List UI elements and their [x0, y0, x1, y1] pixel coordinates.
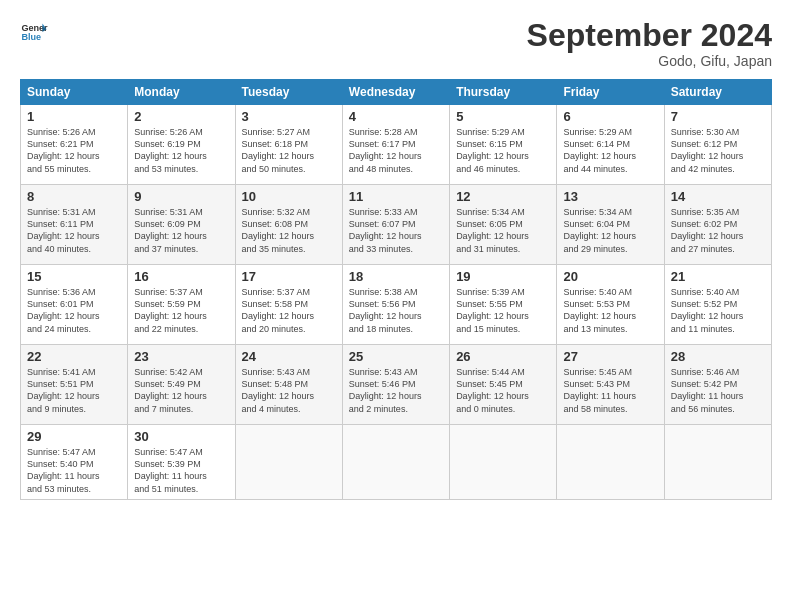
day-info: Sunrise: 5:32 AM Sunset: 6:08 PM Dayligh…: [242, 206, 336, 255]
day-info: Sunrise: 5:34 AM Sunset: 6:05 PM Dayligh…: [456, 206, 550, 255]
day-info: Sunrise: 5:37 AM Sunset: 5:59 PM Dayligh…: [134, 286, 228, 335]
day-info: Sunrise: 5:45 AM Sunset: 5:43 PM Dayligh…: [563, 366, 657, 415]
day-number: 15: [27, 269, 121, 284]
day-info: Sunrise: 5:39 AM Sunset: 5:55 PM Dayligh…: [456, 286, 550, 335]
day-info: Sunrise: 5:26 AM Sunset: 6:19 PM Dayligh…: [134, 126, 228, 175]
table-cell: 25Sunrise: 5:43 AM Sunset: 5:46 PM Dayli…: [342, 345, 449, 425]
table-cell: 3Sunrise: 5:27 AM Sunset: 6:18 PM Daylig…: [235, 105, 342, 185]
table-cell: 10Sunrise: 5:32 AM Sunset: 6:08 PM Dayli…: [235, 185, 342, 265]
calendar-table: Sunday Monday Tuesday Wednesday Thursday…: [20, 79, 772, 500]
table-cell: 8Sunrise: 5:31 AM Sunset: 6:11 PM Daylig…: [21, 185, 128, 265]
day-number: 1: [27, 109, 121, 124]
day-info: Sunrise: 5:36 AM Sunset: 6:01 PM Dayligh…: [27, 286, 121, 335]
table-cell: 2Sunrise: 5:26 AM Sunset: 6:19 PM Daylig…: [128, 105, 235, 185]
day-number: 24: [242, 349, 336, 364]
day-number: 3: [242, 109, 336, 124]
table-cell: 12Sunrise: 5:34 AM Sunset: 6:05 PM Dayli…: [450, 185, 557, 265]
col-friday: Friday: [557, 80, 664, 105]
month-title: September 2024: [527, 18, 772, 53]
svg-text:Blue: Blue: [21, 32, 41, 42]
col-sunday: Sunday: [21, 80, 128, 105]
day-info: Sunrise: 5:40 AM Sunset: 5:52 PM Dayligh…: [671, 286, 765, 335]
table-cell: 6Sunrise: 5:29 AM Sunset: 6:14 PM Daylig…: [557, 105, 664, 185]
day-number: 9: [134, 189, 228, 204]
logo: General Blue: [20, 18, 48, 46]
day-number: 26: [456, 349, 550, 364]
table-cell: 5Sunrise: 5:29 AM Sunset: 6:15 PM Daylig…: [450, 105, 557, 185]
day-number: 14: [671, 189, 765, 204]
day-info: Sunrise: 5:27 AM Sunset: 6:18 PM Dayligh…: [242, 126, 336, 175]
day-number: 7: [671, 109, 765, 124]
table-cell: 1Sunrise: 5:26 AM Sunset: 6:21 PM Daylig…: [21, 105, 128, 185]
table-cell: 24Sunrise: 5:43 AM Sunset: 5:48 PM Dayli…: [235, 345, 342, 425]
day-number: 27: [563, 349, 657, 364]
day-info: Sunrise: 5:42 AM Sunset: 5:49 PM Dayligh…: [134, 366, 228, 415]
table-cell: [235, 425, 342, 500]
table-cell: 29Sunrise: 5:47 AM Sunset: 5:40 PM Dayli…: [21, 425, 128, 500]
header: General Blue September 2024 Godo, Gifu, …: [20, 18, 772, 69]
day-number: 25: [349, 349, 443, 364]
day-info: Sunrise: 5:33 AM Sunset: 6:07 PM Dayligh…: [349, 206, 443, 255]
title-block: September 2024 Godo, Gifu, Japan: [527, 18, 772, 69]
table-cell: 19Sunrise: 5:39 AM Sunset: 5:55 PM Dayli…: [450, 265, 557, 345]
table-cell: 16Sunrise: 5:37 AM Sunset: 5:59 PM Dayli…: [128, 265, 235, 345]
table-cell: 15Sunrise: 5:36 AM Sunset: 6:01 PM Dayli…: [21, 265, 128, 345]
col-saturday: Saturday: [664, 80, 771, 105]
table-cell: 20Sunrise: 5:40 AM Sunset: 5:53 PM Dayli…: [557, 265, 664, 345]
table-cell: 11Sunrise: 5:33 AM Sunset: 6:07 PM Dayli…: [342, 185, 449, 265]
day-info: Sunrise: 5:37 AM Sunset: 5:58 PM Dayligh…: [242, 286, 336, 335]
day-info: Sunrise: 5:47 AM Sunset: 5:40 PM Dayligh…: [27, 446, 121, 495]
table-cell: 27Sunrise: 5:45 AM Sunset: 5:43 PM Dayli…: [557, 345, 664, 425]
day-info: Sunrise: 5:30 AM Sunset: 6:12 PM Dayligh…: [671, 126, 765, 175]
table-cell: [557, 425, 664, 500]
col-tuesday: Tuesday: [235, 80, 342, 105]
table-cell: 28Sunrise: 5:46 AM Sunset: 5:42 PM Dayli…: [664, 345, 771, 425]
day-number: 21: [671, 269, 765, 284]
day-number: 11: [349, 189, 443, 204]
location: Godo, Gifu, Japan: [527, 53, 772, 69]
page: General Blue September 2024 Godo, Gifu, …: [0, 0, 792, 510]
day-info: Sunrise: 5:28 AM Sunset: 6:17 PM Dayligh…: [349, 126, 443, 175]
col-thursday: Thursday: [450, 80, 557, 105]
day-info: Sunrise: 5:44 AM Sunset: 5:45 PM Dayligh…: [456, 366, 550, 415]
table-cell: 26Sunrise: 5:44 AM Sunset: 5:45 PM Dayli…: [450, 345, 557, 425]
table-cell: 4Sunrise: 5:28 AM Sunset: 6:17 PM Daylig…: [342, 105, 449, 185]
day-number: 19: [456, 269, 550, 284]
table-cell: [664, 425, 771, 500]
table-cell: 30Sunrise: 5:47 AM Sunset: 5:39 PM Dayli…: [128, 425, 235, 500]
day-number: 2: [134, 109, 228, 124]
day-number: 22: [27, 349, 121, 364]
table-cell: 23Sunrise: 5:42 AM Sunset: 5:49 PM Dayli…: [128, 345, 235, 425]
table-cell: 21Sunrise: 5:40 AM Sunset: 5:52 PM Dayli…: [664, 265, 771, 345]
table-cell: 22Sunrise: 5:41 AM Sunset: 5:51 PM Dayli…: [21, 345, 128, 425]
table-cell: [342, 425, 449, 500]
day-number: 5: [456, 109, 550, 124]
day-number: 29: [27, 429, 121, 444]
table-cell: [450, 425, 557, 500]
day-info: Sunrise: 5:26 AM Sunset: 6:21 PM Dayligh…: [27, 126, 121, 175]
day-number: 6: [563, 109, 657, 124]
day-number: 30: [134, 429, 228, 444]
day-info: Sunrise: 5:40 AM Sunset: 5:53 PM Dayligh…: [563, 286, 657, 335]
day-number: 23: [134, 349, 228, 364]
day-number: 28: [671, 349, 765, 364]
table-cell: 18Sunrise: 5:38 AM Sunset: 5:56 PM Dayli…: [342, 265, 449, 345]
day-info: Sunrise: 5:38 AM Sunset: 5:56 PM Dayligh…: [349, 286, 443, 335]
day-number: 17: [242, 269, 336, 284]
day-info: Sunrise: 5:31 AM Sunset: 6:11 PM Dayligh…: [27, 206, 121, 255]
day-info: Sunrise: 5:46 AM Sunset: 5:42 PM Dayligh…: [671, 366, 765, 415]
table-cell: 17Sunrise: 5:37 AM Sunset: 5:58 PM Dayli…: [235, 265, 342, 345]
day-info: Sunrise: 5:43 AM Sunset: 5:48 PM Dayligh…: [242, 366, 336, 415]
day-number: 4: [349, 109, 443, 124]
logo-icon: General Blue: [20, 18, 48, 46]
day-info: Sunrise: 5:34 AM Sunset: 6:04 PM Dayligh…: [563, 206, 657, 255]
day-number: 12: [456, 189, 550, 204]
day-info: Sunrise: 5:43 AM Sunset: 5:46 PM Dayligh…: [349, 366, 443, 415]
day-info: Sunrise: 5:41 AM Sunset: 5:51 PM Dayligh…: [27, 366, 121, 415]
col-wednesday: Wednesday: [342, 80, 449, 105]
table-cell: 14Sunrise: 5:35 AM Sunset: 6:02 PM Dayli…: [664, 185, 771, 265]
day-number: 10: [242, 189, 336, 204]
day-info: Sunrise: 5:29 AM Sunset: 6:14 PM Dayligh…: [563, 126, 657, 175]
day-number: 20: [563, 269, 657, 284]
day-number: 18: [349, 269, 443, 284]
